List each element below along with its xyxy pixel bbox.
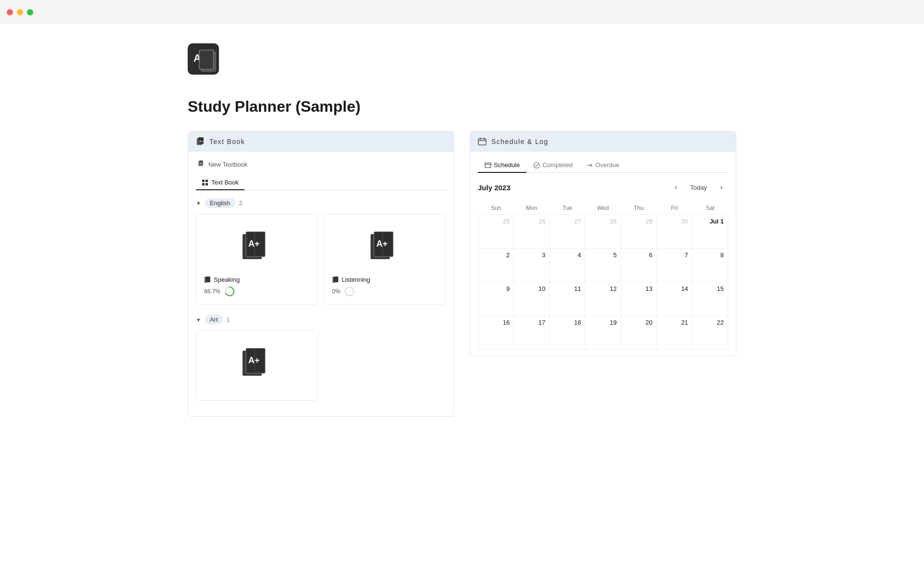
speaking-title: Speaking (204, 276, 310, 283)
svg-rect-37 (485, 163, 491, 168)
schedule-body: Schedule Completed O (470, 152, 736, 355)
overdue-tab-icon (586, 162, 593, 169)
collapse-arrow-art: ▼ (196, 317, 201, 323)
svg-rect-33 (478, 139, 486, 145)
cal-cell[interactable]: 8 (692, 249, 728, 282)
cal-cell[interactable]: 22 (692, 316, 728, 350)
category-english: ▼ English 2 A+ (196, 198, 446, 305)
today-button[interactable]: Today (686, 183, 711, 193)
cal-cell[interactable]: 18 (550, 316, 585, 350)
minimize-button[interactable] (17, 9, 23, 15)
cal-cell[interactable]: 19 (585, 316, 621, 350)
grid-icon (202, 179, 208, 186)
completed-tab-icon (533, 162, 540, 169)
svg-text:A+: A+ (199, 140, 204, 143)
cal-cell[interactable]: 29 (621, 215, 656, 249)
cal-cell[interactable]: 20 (621, 316, 656, 350)
calendar-week-3: 9 10 11 12 13 14 15 (478, 282, 728, 316)
calendar-week-2: 2 3 4 5 6 7 8 (478, 249, 728, 282)
tab-textbook[interactable]: Text Book (196, 175, 244, 190)
book-small-icon (204, 276, 211, 283)
speaking-progress: 66.7% (204, 286, 310, 297)
speaking-pct: 66.7% (204, 288, 220, 295)
speaking-progress-circle (224, 286, 235, 297)
category-english-name: English (205, 198, 235, 208)
art-book-icon: A+ (240, 346, 274, 380)
cal-cell[interactable]: 21 (656, 316, 692, 350)
tab-completed[interactable]: Completed (526, 158, 579, 172)
cal-cell[interactable]: 26 (514, 215, 550, 249)
svg-text:A+: A+ (248, 239, 260, 249)
cal-cell[interactable]: 6 (621, 249, 656, 282)
svg-rect-19 (205, 276, 210, 282)
category-art-name: Art (205, 315, 223, 325)
listening-title: Listenning (332, 276, 438, 283)
svg-point-39 (534, 162, 539, 168)
day-fri: Fri (656, 202, 692, 215)
cal-cell[interactable]: 13 (621, 282, 656, 316)
listening-book-icon: A+ (368, 229, 402, 263)
listening-thumbnail: A+ (332, 222, 438, 270)
svg-point-28 (345, 287, 354, 296)
day-tue: Tue (550, 202, 585, 215)
maximize-button[interactable] (27, 9, 33, 15)
cal-cell[interactable]: 28 (585, 215, 621, 249)
day-thu: Thu (621, 202, 656, 215)
cal-cell[interactable]: 11 (550, 282, 585, 316)
category-english-header[interactable]: ▼ English 2 (196, 198, 446, 208)
english-cards-grid: A+ Speaking (196, 214, 446, 305)
titlebar (0, 0, 924, 24)
new-textbook-label: New Textbook (208, 161, 247, 168)
svg-rect-3 (199, 50, 214, 69)
cal-cell[interactable]: 7 (656, 249, 692, 282)
art-card[interactable]: A+ (196, 330, 318, 401)
svg-rect-11 (205, 180, 208, 182)
calendar-nav: ‹ Today › (669, 181, 728, 194)
new-textbook-button[interactable]: A+ New Textbook (196, 158, 446, 171)
category-art-count: 1 (227, 316, 230, 323)
svg-rect-12 (202, 183, 205, 185)
textbook-body: A+ New Textbook Text Book (188, 152, 454, 416)
page-content: A+ Study Planner (Sample) A+ Text Book (149, 24, 775, 436)
tab-overdue[interactable]: Overdue (579, 158, 626, 172)
listening-card[interactable]: A+ Listenning (324, 214, 446, 305)
cal-cell[interactable]: 15 (692, 282, 728, 316)
listening-progress-circle (344, 286, 355, 297)
day-sat: Sat (692, 202, 728, 215)
cal-cell[interactable]: 14 (656, 282, 692, 316)
close-button[interactable] (7, 9, 13, 15)
category-art-header[interactable]: ▼ Art 1 (196, 315, 446, 325)
speaking-card[interactable]: A+ Speaking (196, 214, 318, 305)
svg-rect-10 (202, 180, 205, 182)
main-grid: A+ Text Book A+ New Textbook (188, 131, 736, 417)
cal-cell[interactable]: 3 (514, 249, 550, 282)
cal-cell-today[interactable]: Jul 1 (692, 215, 728, 249)
next-month-button[interactable]: › (715, 181, 728, 194)
cal-cell[interactable]: 2 (478, 249, 514, 282)
cal-cell[interactable]: 16 (478, 316, 514, 350)
tab-schedule-label: Schedule (494, 161, 520, 169)
speaking-name: Speaking (214, 276, 240, 283)
prev-month-button[interactable]: ‹ (669, 181, 682, 194)
cal-cell[interactable]: 4 (550, 249, 585, 282)
tab-textbook-label: Text Book (211, 179, 239, 186)
svg-rect-13 (205, 183, 208, 185)
cal-cell[interactable]: 10 (514, 282, 550, 316)
schedule-tabs: Schedule Completed O (478, 158, 728, 173)
cal-cell[interactable]: 27 (550, 215, 585, 249)
calendar-week-1: 25 26 27 28 29 30 Jul 1 (478, 215, 728, 249)
cal-cell[interactable]: 9 (478, 282, 514, 316)
tab-schedule[interactable]: Schedule (478, 158, 526, 172)
speaking-book-icon: A+ (240, 229, 274, 263)
art-cards-grid: A+ (196, 330, 446, 401)
cal-cell[interactable]: 30 (656, 215, 692, 249)
cal-cell[interactable]: 12 (585, 282, 621, 316)
cal-cell[interactable]: 25 (478, 215, 514, 249)
cal-cell[interactable]: 17 (514, 316, 550, 350)
category-english-count: 2 (239, 199, 243, 207)
day-sun: Sun (478, 202, 514, 215)
svg-text:A+: A+ (248, 355, 260, 365)
speaking-thumbnail: A+ (204, 222, 310, 270)
cal-cell[interactable]: 5 (585, 249, 621, 282)
new-textbook-icon: A+ (198, 160, 205, 168)
